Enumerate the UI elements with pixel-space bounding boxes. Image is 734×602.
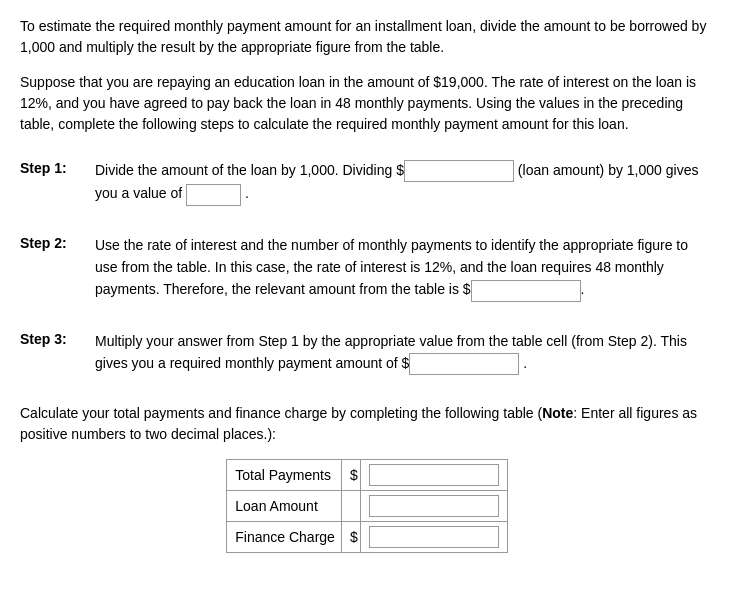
total-payments-dollar: $: [341, 460, 360, 491]
note-section: Calculate your total payments and financ…: [20, 403, 714, 445]
step2-container: Step 2: Use the rate of interest and the…: [20, 234, 714, 302]
step3-period: .: [519, 355, 527, 371]
step3-monthly-payment-input[interactable]: [409, 353, 519, 375]
step2-period: .: [581, 281, 585, 297]
intro-paragraph1: To estimate the required monthly payment…: [20, 16, 714, 58]
step1-period: .: [245, 185, 249, 201]
step1-result-input[interactable]: [186, 184, 241, 206]
step3-content: Multiply your answer from Step 1 by the …: [95, 330, 714, 376]
finance-table: Total Payments $ Loan Amount Finance Cha…: [226, 459, 507, 553]
loan-amount-cell: [360, 491, 507, 522]
intro-paragraph2: Suppose that you are repaying an educati…: [20, 72, 714, 135]
finance-charge-cell: [360, 522, 507, 553]
step1-container: Step 1: Divide the amount of the loan by…: [20, 159, 714, 206]
step3-text: Multiply your answer from Step 1 by the …: [95, 333, 687, 371]
step1-label: Step 1:: [20, 159, 95, 176]
step1-content: Divide the amount of the loan by 1,000. …: [95, 159, 714, 206]
loan-amount-input[interactable]: [369, 495, 499, 517]
step2-label: Step 2:: [20, 234, 95, 251]
finance-charge-input[interactable]: [369, 526, 499, 548]
total-payments-label: Total Payments: [227, 460, 342, 491]
note-bold: Note: [542, 405, 573, 421]
total-payments-cell: [360, 460, 507, 491]
step3-container: Step 3: Multiply your answer from Step 1…: [20, 330, 714, 376]
step2-content: Use the rate of interest and the number …: [95, 234, 714, 302]
finance-charge-dollar: $: [341, 522, 360, 553]
step1-loan-amount-input[interactable]: [404, 160, 514, 182]
loan-amount-label: Loan Amount: [227, 491, 342, 522]
note-text-before: Calculate your total payments and financ…: [20, 405, 542, 421]
step3-label: Step 3:: [20, 330, 95, 347]
loan-amount-dollar: [341, 491, 360, 522]
finance-charge-label: Finance Charge: [227, 522, 342, 553]
total-payments-input[interactable]: [369, 464, 499, 486]
step1-text-before: Divide the amount of the loan by 1,000. …: [95, 162, 404, 178]
table-row: Finance Charge $: [227, 522, 507, 553]
table-row: Total Payments $: [227, 460, 507, 491]
step2-table-value-input[interactable]: [471, 280, 581, 302]
step2-text: Use the rate of interest and the number …: [95, 237, 688, 298]
table-row: Loan Amount: [227, 491, 507, 522]
finance-table-section: Total Payments $ Loan Amount Finance Cha…: [20, 459, 714, 553]
